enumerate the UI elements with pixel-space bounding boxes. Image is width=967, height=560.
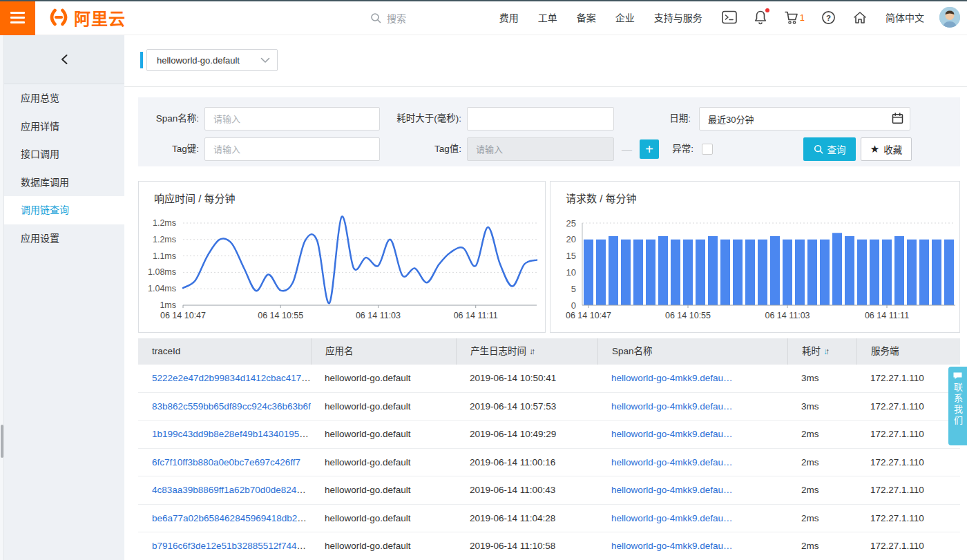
cart-icon[interactable]: 1 xyxy=(784,10,805,25)
query-button[interactable]: 查询 xyxy=(803,137,856,161)
table-row: 83b862c559bb65df89cc924c36b63b6fhellowor… xyxy=(138,393,960,421)
app-selector-dropdown[interactable]: helloworld-go.default xyxy=(146,49,278,71)
duration-cell: 3ms xyxy=(787,401,856,412)
svg-text:06 14 11:11: 06 14 11:11 xyxy=(454,311,498,320)
sidebar-item-0[interactable]: 应用总览 xyxy=(4,84,124,113)
divider xyxy=(124,86,967,87)
table-body: 5222e2e47d2b99834d1412cbac417f26hellowor… xyxy=(138,365,960,560)
top-icons: 1 ? xyxy=(722,10,868,25)
exception-label: 异常: xyxy=(660,137,693,161)
contact-us-tab[interactable]: 联系我们 xyxy=(948,367,967,445)
trace-id-link[interactable]: 6fc7f10ff3b880a0e0bc7e697c426ff7 xyxy=(152,457,300,467)
svg-text:20: 20 xyxy=(566,234,576,244)
table-header: traceId应用名产生日志时间↓↑Span名称耗时↓↑服务端 xyxy=(138,338,960,365)
sort-icon[interactable]: ↓↑ xyxy=(529,338,533,365)
sidebar-item-5[interactable]: 应用设置 xyxy=(4,224,124,253)
column-header-5: 服务端 xyxy=(856,338,960,365)
server-cell: 172.27.1.110 xyxy=(856,541,960,551)
span-name-link[interactable]: helloworld-go-4mkk9.defau… xyxy=(611,485,733,495)
hamburger-icon xyxy=(10,12,25,14)
console-terminal-icon[interactable] xyxy=(722,10,737,24)
svg-text:1.08ms: 1.08ms xyxy=(148,267,176,277)
top-nav-item-3[interactable]: 企业 xyxy=(615,10,635,24)
home-icon[interactable] xyxy=(852,10,868,25)
svg-text:1ms: 1ms xyxy=(160,300,176,310)
favorite-button[interactable]: ★ 收藏 xyxy=(861,137,912,161)
sidebar-item-1[interactable]: 应用详情 xyxy=(4,113,124,141)
column-header-2[interactable]: 产生日志时间↓↑ xyxy=(456,338,597,365)
response-time-chart: 1.2ms1.2ms1.1ms1.08ms1.04ms1ms06 14 10:4… xyxy=(138,181,546,333)
span-name-link[interactable]: helloworld-go-4mkk9.defau… xyxy=(611,457,733,467)
span-name-link[interactable]: helloworld-go-4mkk9.defau… xyxy=(611,541,733,551)
duration-cell: 2ms xyxy=(787,541,856,551)
server-cell: 172.27.1.110 xyxy=(856,513,960,523)
search-placeholder: 搜索 xyxy=(387,11,406,25)
span-name-input[interactable] xyxy=(204,107,380,131)
trace-id-link[interactable]: 5222e2e47d2b99834d1412cbac417f26 xyxy=(152,373,311,383)
sidebar-collapse-button[interactable] xyxy=(4,35,124,84)
hamburger-menu-button[interactable] xyxy=(0,0,35,35)
sidebar-item-4[interactable]: 调用链查询 xyxy=(4,196,124,224)
tag-value-input[interactable] xyxy=(467,137,614,161)
app-name-cell: helloworld-go.default xyxy=(311,485,456,495)
span-name-link[interactable]: helloworld-go-4mkk9.defau… xyxy=(611,513,733,523)
alibaba-cloud-logo[interactable]: 阿里云 xyxy=(46,6,126,30)
table-row: b7916c6f3de12e51b32885512f744a93hellowor… xyxy=(138,532,960,560)
calendar-icon[interactable] xyxy=(892,113,903,127)
chat-bubble-icon xyxy=(952,371,963,380)
trace-id-link[interactable]: b7916c6f3de12e51b32885512f744a93 xyxy=(152,541,311,551)
svg-text:25: 25 xyxy=(566,218,576,229)
svg-text:06 14 10:47: 06 14 10:47 xyxy=(566,311,611,320)
svg-text:06 14 10:55: 06 14 10:55 xyxy=(258,311,303,320)
duration-input[interactable] xyxy=(467,107,614,131)
exception-checkbox[interactable] xyxy=(702,144,713,155)
date-label: 日期: xyxy=(649,107,691,131)
search-icon xyxy=(370,12,381,23)
sidebar-item-2[interactable]: 接口调用 xyxy=(4,140,124,168)
top-nav-item-2[interactable]: 备案 xyxy=(577,10,596,24)
add-tag-button[interactable]: + xyxy=(640,139,659,159)
span-name-link[interactable]: helloworld-go-4mkk9.defau… xyxy=(611,429,733,439)
help-icon[interactable]: ? xyxy=(821,10,836,25)
tag-value-label: Tag值: xyxy=(381,137,461,161)
app-name-cell: helloworld-go.default xyxy=(311,373,456,383)
span-name-link[interactable]: helloworld-go-4mkk9.defau… xyxy=(611,373,733,383)
app-name-cell: helloworld-go.default xyxy=(311,401,456,412)
top-nav-item-0[interactable]: 费用 xyxy=(499,10,519,24)
server-cell: 172.27.1.110 xyxy=(856,401,960,412)
charts-row: 1.2ms1.2ms1.1ms1.08ms1.04ms1ms06 14 10:4… xyxy=(138,181,960,333)
duration-label: 耗时大于(毫秒): xyxy=(381,107,461,131)
language-selector[interactable]: 简体中文 xyxy=(885,10,924,24)
server-cell: 172.27.1.110 xyxy=(856,429,960,439)
top-nav-item-1[interactable]: 工单 xyxy=(538,10,557,24)
log-time-cell: 2019-06-14 11:04:28 xyxy=(456,513,597,523)
table-row: 4c83aa39b8869ff1a62b70d0de824177hellowor… xyxy=(138,476,960,505)
top-nav-item-4[interactable]: 支持与服务 xyxy=(654,10,702,24)
app-name-cell: helloworld-go.default xyxy=(311,541,456,551)
column-header-0: traceId xyxy=(138,338,311,365)
contact-us-label: 联系我们 xyxy=(951,383,964,427)
svg-text:1.2ms: 1.2ms xyxy=(153,235,176,244)
sidebar-item-3[interactable]: 数据库调用 xyxy=(4,168,124,197)
span-name-link[interactable]: helloworld-go-4mkk9.defau… xyxy=(611,401,733,412)
duration-cell: 2ms xyxy=(787,485,856,495)
trace-id-link[interactable]: 83b862c559bb65df89cc924c36b63b6f xyxy=(152,401,311,412)
date-range-input[interactable] xyxy=(699,107,910,131)
svg-text:06 14 11:03: 06 14 11:03 xyxy=(356,311,401,320)
remove-tag-dash: — xyxy=(622,137,632,161)
user-avatar[interactable] xyxy=(939,7,960,28)
trace-id-link[interactable]: be6a77a02b658462845969418db225eb xyxy=(152,513,311,523)
global-search[interactable]: 搜索 xyxy=(370,0,406,35)
duration-cell: 3ms xyxy=(787,373,856,383)
column-header-4[interactable]: 耗时↓↑ xyxy=(787,338,856,365)
trace-id-link[interactable]: 4c83aa39b8869ff1a62b70d0de824177 xyxy=(152,485,311,495)
svg-text:1.1ms: 1.1ms xyxy=(153,251,176,261)
server-cell: 172.27.1.110 xyxy=(856,485,960,495)
sidebar-scrollbar-thumb[interactable] xyxy=(1,425,3,458)
tag-key-input[interactable] xyxy=(204,137,380,161)
trace-id-link[interactable]: 1b199c43dd9b8e28ef49b14340195db5 xyxy=(152,429,311,439)
sort-icon[interactable]: ↓↑ xyxy=(823,338,827,365)
top-header: 阿里云 搜索 费用工单备案企业支持与服务 1 ? xyxy=(0,0,967,35)
log-time-cell: 2019-06-14 10:49:29 xyxy=(456,429,597,439)
notifications-bell-icon[interactable] xyxy=(754,10,767,25)
